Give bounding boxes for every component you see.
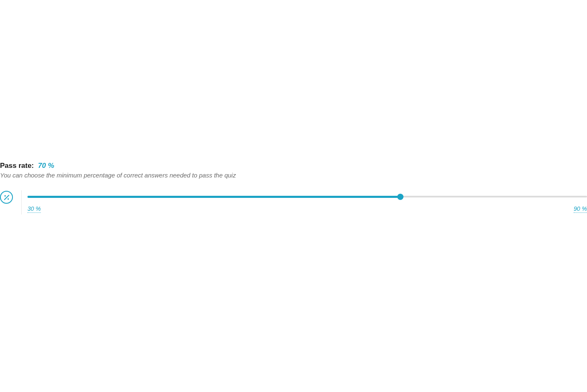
pass-rate-slider[interactable] xyxy=(27,190,587,203)
slider-min-label[interactable]: 30 % xyxy=(27,205,41,213)
slider-thumb[interactable] xyxy=(397,194,404,200)
pass-rate-slider-row: 30 % 90 % xyxy=(0,190,587,215)
svg-point-2 xyxy=(7,198,9,200)
slider-max-label[interactable]: 90 % xyxy=(574,205,587,213)
percent-icon xyxy=(0,191,13,204)
percent-icon-col xyxy=(0,190,22,215)
pass-rate-value: 70 % xyxy=(38,162,54,170)
svg-point-1 xyxy=(4,195,5,196)
slider-labels: 30 % 90 % xyxy=(27,205,587,213)
pass-rate-label: Pass rate: xyxy=(0,162,34,170)
pass-rate-description: You can choose the minimum percentage of… xyxy=(0,172,587,179)
pass-rate-header: Pass rate: 70 % xyxy=(0,162,587,170)
slider-track-fill xyxy=(27,196,400,198)
